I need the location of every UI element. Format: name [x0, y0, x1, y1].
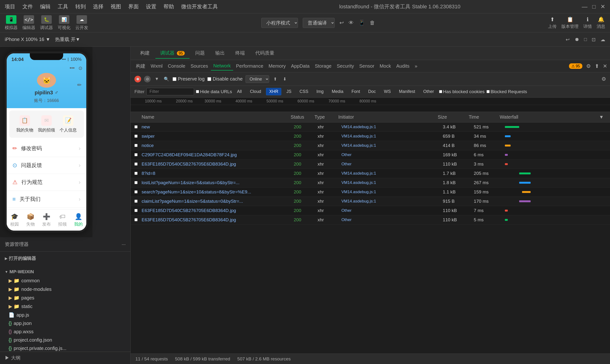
- phone-menu-dots[interactable]: •••: [70, 65, 75, 71]
- search-icon[interactable]: 🔍: [163, 76, 170, 82]
- row-checkbox[interactable]: [134, 152, 142, 157]
- filter-icon[interactable]: ▼: [154, 76, 160, 82]
- phone-menu-lost[interactable]: 📋 我的失物: [16, 115, 33, 133]
- preserve-log-checkbox[interactable]: Preserve log: [172, 76, 205, 82]
- filter-input[interactable]: [146, 88, 194, 95]
- hide-data-urls-input[interactable]: [196, 90, 199, 93]
- panel-tab-sources[interactable]: Sources: [188, 62, 210, 70]
- export-icon[interactable]: ⬇: [281, 76, 288, 82]
- menu-tool[interactable]: 工具: [58, 3, 68, 10]
- file-pages[interactable]: ▶ 📁 pages: [0, 294, 130, 302]
- has-blocked-input[interactable]: [439, 90, 442, 93]
- explorer-more-icon[interactable]: ···: [121, 242, 126, 247]
- file-appwxss[interactable]: {} app.wxss: [0, 327, 130, 336]
- phone-menu-claim[interactable]: ✉ 我的招领: [38, 115, 55, 133]
- phone-list-feedback[interactable]: ⊙ 问题反馈 ›: [7, 157, 86, 174]
- filter-media[interactable]: Media: [329, 88, 346, 95]
- expand-icon-btn[interactable]: ⬆: [595, 63, 599, 69]
- filter-css[interactable]: CSS: [296, 88, 311, 95]
- row-initiator[interactable]: Other: [341, 162, 443, 167]
- panel-tab-performance[interactable]: Performance: [234, 62, 266, 70]
- row-checkbox[interactable]: [134, 208, 142, 213]
- expand-section[interactable]: ▶ 大纲: [0, 351, 130, 364]
- filter-doc[interactable]: Doc: [365, 88, 379, 95]
- edit-profile-icon[interactable]: ✏: [77, 82, 81, 88]
- menu-settings[interactable]: 设置: [146, 3, 156, 10]
- open-editors-label[interactable]: ▶ 打开的编辑器: [0, 253, 130, 263]
- file-appjs[interactable]: 📄 app.js: [0, 311, 130, 319]
- menu-help[interactable]: 帮助: [163, 3, 174, 10]
- panel-tab-security[interactable]: Security: [334, 62, 356, 70]
- preserve-log-input[interactable]: [172, 77, 176, 81]
- tab-issues[interactable]: 问题: [190, 48, 210, 59]
- row-initiator[interactable]: Other: [341, 153, 443, 157]
- panel-tab-sensor[interactable]: Sensor: [357, 62, 377, 70]
- phone-nav-claim[interactable]: 🏷 招领: [58, 213, 67, 227]
- menu-bar[interactable]: 项目 文件 编辑 工具 转到 选择 视图 界面 设置 帮助 微信开发者工具: [5, 3, 218, 10]
- real-machine-button[interactable]: 📱: [358, 20, 365, 26]
- menu-project[interactable]: 项目: [5, 3, 15, 10]
- throttling-selector[interactable]: Online: [246, 75, 269, 83]
- row-initiator[interactable]: VM14.asdebug.js:1: [341, 143, 443, 148]
- table-row[interactable]: E63FE185D7D540C5B276705E6DB8364D.jpg 200…: [131, 206, 610, 215]
- panel-tab-build[interactable]: 构建: [133, 62, 148, 71]
- panel-tab-wxml[interactable]: Wxml: [148, 62, 165, 70]
- row-initiator[interactable]: Other: [341, 208, 443, 213]
- table-row[interactable]: E63FE185D7D540C5B276705E6DB8364D.jpg 200…: [131, 215, 610, 225]
- panel-tab-memory[interactable]: Memory: [266, 62, 288, 70]
- row-initiator[interactable]: VM14.asdebug.js:1: [341, 180, 443, 185]
- toolbar-cloud[interactable]: ☁ 云开发: [75, 15, 88, 30]
- row-checkbox[interactable]: [134, 143, 142, 148]
- phone-nav-lost[interactable]: 📦 失物: [26, 213, 35, 227]
- toolbar-visualize[interactable]: 📊 可视化: [58, 15, 71, 30]
- file-project-private[interactable]: {} project.private.config.js...: [0, 344, 130, 351]
- panel-tab-console[interactable]: Console: [165, 62, 188, 70]
- row-checkbox[interactable]: [134, 124, 142, 130]
- row-checkbox[interactable]: [134, 134, 142, 139]
- settings-icon[interactable]: ⚙: [586, 63, 591, 69]
- table-row[interactable]: search?pageNum=1&size=10&status=8&byStr=…: [131, 187, 610, 197]
- disable-cache-checkbox[interactable]: Disable cache: [207, 76, 243, 82]
- file-appjson[interactable]: {} app.json: [0, 319, 130, 327]
- tab-debugger[interactable]: 调试器 95: [155, 48, 189, 59]
- clear-cache-button[interactable]: 🗑: [370, 20, 375, 26]
- row-initiator[interactable]: VM14.asdebug.js:1: [341, 171, 443, 176]
- col-waterfall-header[interactable]: Waterfall: [500, 114, 599, 120]
- stop-icon[interactable]: □: [584, 37, 587, 42]
- cloud2-icon[interactable]: ☁: [600, 37, 605, 42]
- phone-qr-icon[interactable]: ⊙: [79, 65, 82, 71]
- col-status-header[interactable]: Status: [291, 114, 314, 120]
- row-initiator[interactable]: VM14.asdebug.js:1: [341, 125, 443, 129]
- phone-list-password[interactable]: ✏ 修改密码 ›: [7, 140, 86, 157]
- toolbar-editor[interactable]: </> 编辑器: [22, 15, 35, 30]
- filter-manifest[interactable]: Manifest: [396, 88, 418, 95]
- tab-output[interactable]: 输出: [211, 48, 230, 59]
- upload-button[interactable]: ⬆ 上传: [548, 16, 557, 29]
- close-devtools-icon[interactable]: ✕: [603, 63, 607, 69]
- panel-tab-appdata[interactable]: AppData: [289, 62, 312, 70]
- phone-nav-mine[interactable]: 👤 我的: [74, 213, 83, 227]
- filter-xhr[interactable]: XHR: [266, 88, 281, 95]
- hide-data-urls-checkbox[interactable]: Hide data URLs: [196, 89, 232, 94]
- mode-selector[interactable]: 小程序模式: [261, 18, 298, 28]
- file-common[interactable]: ▶ 📁 common: [0, 276, 130, 285]
- filter-img[interactable]: Img: [313, 88, 327, 95]
- col-name-header[interactable]: Name: [142, 114, 291, 120]
- menu-edit[interactable]: 编辑: [40, 3, 51, 10]
- device-selector[interactable]: iPhone X 100% 16 ▼: [5, 37, 50, 42]
- has-blocked-checkbox[interactable]: Has blocked cookies: [439, 89, 485, 94]
- message-button[interactable]: 🔔 消息: [597, 16, 605, 29]
- close-button[interactable]: ✕: [600, 3, 605, 10]
- row-checkbox[interactable]: [134, 217, 142, 222]
- network-settings-icon[interactable]: ⚙: [601, 76, 606, 82]
- disable-cache-input[interactable]: [207, 77, 211, 81]
- toolbar-debugger[interactable]: 🐛 调试器: [40, 15, 53, 30]
- table-row[interactable]: notice 200 xhr VM14.asdebug.js:1 414 B 8…: [131, 141, 610, 150]
- details-button[interactable]: ℹ 详情: [583, 16, 592, 29]
- table-row[interactable]: claimList?pageNum=1&size=5&status=0&bySt…: [131, 197, 610, 206]
- file-project-config[interactable]: {} project.config.json: [0, 336, 130, 344]
- row-checkbox[interactable]: [134, 199, 142, 204]
- record-icon[interactable]: ⏺: [574, 37, 579, 42]
- record-button[interactable]: ⏺: [134, 76, 141, 82]
- menu-wechat[interactable]: 微信开发者工具: [181, 3, 218, 10]
